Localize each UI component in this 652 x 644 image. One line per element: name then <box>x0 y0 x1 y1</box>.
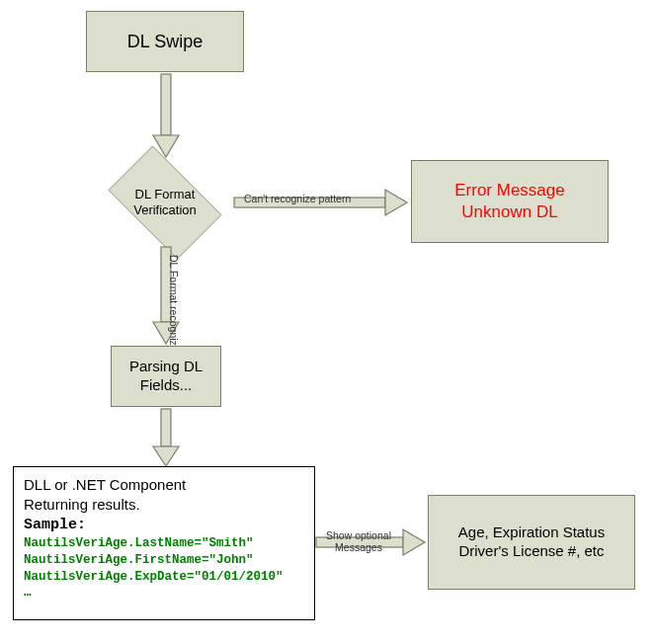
result-title-line: Returning results. <box>24 495 304 515</box>
result-title-line: DLL or .NET Component <box>24 475 304 495</box>
node-dl-swipe: DL Swipe <box>86 11 244 72</box>
result-sample-label: Sample: <box>24 516 304 535</box>
node-error-message: Error Message Unknown DL <box>411 160 609 243</box>
svg-marker-9 <box>403 529 425 555</box>
output-text: Age, Expiration Status Driver's License … <box>458 523 605 561</box>
node-format-verification: DL Format Verification <box>96 158 234 247</box>
node-label: DL Swipe <box>127 31 203 53</box>
error-text: Error Message Unknown DL <box>454 180 564 223</box>
node-output-info: Age, Expiration Status Driver's License … <box>428 495 635 590</box>
edge-label-cant-recognize: Can't recognize pattern <box>244 193 351 204</box>
svg-marker-3 <box>385 190 407 215</box>
svg-rect-0 <box>161 74 171 135</box>
node-label: Parsing DL Fields... <box>129 358 203 395</box>
node-parsing-fields: Parsing DL Fields... <box>111 346 221 407</box>
sample-code-line: NautilsVeriAge.FirstName="John" <box>24 552 304 569</box>
edge-label-show-optional: Show optionalMessages <box>326 530 391 553</box>
sample-code-line: NautilsVeriAge.LastName="Smith" <box>24 535 304 552</box>
svg-marker-7 <box>153 446 179 466</box>
edge-label-format-recognized: DL Format recognized <box>168 255 180 358</box>
svg-rect-6 <box>161 409 171 446</box>
sample-code-line: … <box>24 585 304 602</box>
node-label: DL Format Verification <box>96 158 234 247</box>
arrow-down-icon <box>153 74 179 159</box>
node-component-result: DLL or .NET Component Returning results.… <box>13 466 315 620</box>
arrow-down-icon <box>153 409 179 468</box>
sample-code-line: NautilsVeriAge.ExpDate="01/01/2010" <box>24 569 304 586</box>
